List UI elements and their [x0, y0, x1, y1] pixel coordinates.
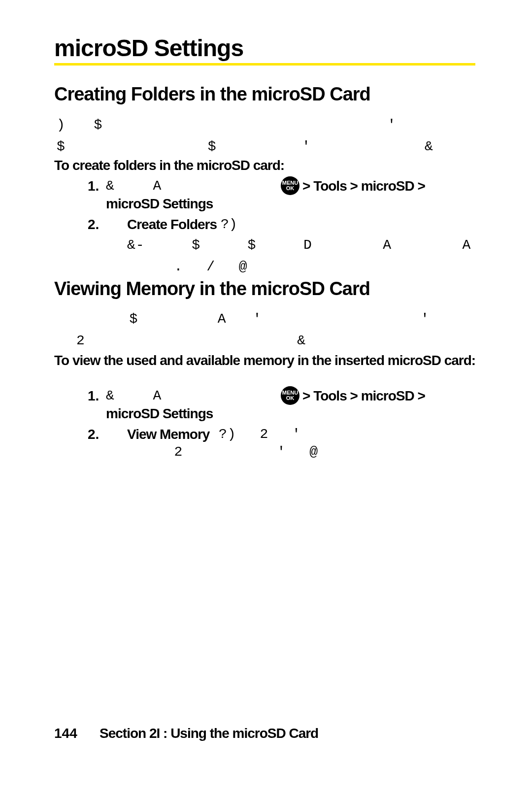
section2-heading: Viewing Memory in the microSD Card	[54, 278, 370, 299]
section1-step1-body: & A	[106, 178, 162, 194]
section2-step2-body: 2 ' @	[127, 444, 318, 460]
page-number: 144	[54, 726, 77, 741]
menu-ok-icon: MENU OK	[281, 386, 299, 405]
section1-step2-body: &- $ $ D A A A 1 A . / @	[127, 234, 532, 278]
section2-prompt: To view the used and available memory in…	[54, 352, 475, 369]
section1-step2-bold: Create Folders	[127, 217, 217, 233]
section1-step2-tail: ?)	[221, 217, 237, 232]
menu-ok-icon: MENU OK	[281, 176, 299, 195]
section2-step2-tail: ?) 2 '	[219, 427, 301, 442]
section1-step1-path-a: > Tools > microSD >	[302, 178, 425, 194]
section2-intro: $ A ' ' ' 2 &	[76, 308, 532, 352]
title-rule	[54, 63, 475, 66]
section1-intro: ) $ ' $ $ $ $ ' &	[57, 114, 532, 158]
section2-step1-body: & A	[106, 388, 162, 403]
section2-step1-path-a: > Tools > microSD >	[302, 388, 425, 404]
section2-step1-path-b: microSD Settings	[106, 406, 213, 422]
section1-step2-number: 2.	[88, 217, 99, 233]
section2-step1-number: 1.	[88, 388, 99, 404]
section1-step1-path-b: microSD Settings	[106, 196, 213, 212]
page-title: microSD Settings	[54, 34, 243, 62]
section1-prompt: To create folders in the microSD card:	[54, 158, 284, 173]
section1-step1-number: 1.	[88, 178, 99, 194]
footer-section: Section 2I : Using the microSD Card	[100, 726, 318, 741]
section1-heading: Creating Folders in the microSD Card	[54, 84, 370, 105]
section2-step2-bold: View Memory	[127, 427, 209, 442]
section2-step2-number: 2.	[88, 427, 99, 442]
